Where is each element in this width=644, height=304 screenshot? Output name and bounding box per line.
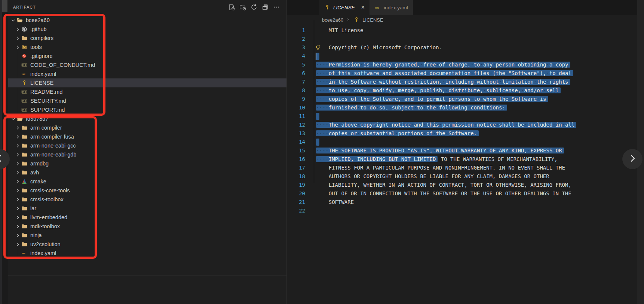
scrollbar-thumb[interactable] <box>2 0 7 12</box>
editor-line-5[interactable]: 5····Permission·is·hereby·granted,·free·… <box>287 61 644 69</box>
chevron-right-icon[interactable] <box>14 44 21 50</box>
tree-item-uv2csolution[interactable]: uv2csolution <box>8 240 286 249</box>
whitespace-dot: · <box>470 62 473 68</box>
editor-line-1[interactable]: 1 MIT License <box>287 26 644 35</box>
tree-item-arm-none-eabi-gdb[interactable]: arm-none-eabi-gdb <box>8 150 286 159</box>
tree-item-index.yaml[interactable]: YMLindex.yaml <box>8 69 286 78</box>
chevron-down-icon[interactable] <box>10 116 16 122</box>
tree-item-cmake[interactable]: cmake <box>8 177 286 186</box>
tree-item-arm-compiler[interactable]: arm-compiler <box>8 123 286 132</box>
editor-line-10[interactable]: 10····furnished·to·do·so,·subject·to·the… <box>287 103 644 112</box>
more-actions-button[interactable] <box>272 3 280 11</box>
whitespace-dot: · <box>357 122 360 128</box>
editor-line-11[interactable]: 11 <box>287 112 644 121</box>
new-file-button[interactable] <box>227 3 236 11</box>
whitespace-dot: · <box>376 105 379 111</box>
tree-item-fd3d78d7[interactable]: fd3d78d7 <box>8 114 286 123</box>
editor-line-12[interactable]: 12····The·above·copyright·notice·and·thi… <box>287 121 644 129</box>
editor-line-22[interactable]: 22 <box>287 207 644 215</box>
chevron-right-icon[interactable] <box>14 179 21 184</box>
whitespace-dot: · <box>483 87 486 93</box>
tree-item-arm-compiler-fusa[interactable]: arm-compiler-fusa <box>8 132 286 141</box>
chevron-right-icon[interactable] <box>14 232 21 238</box>
editor-line-16[interactable]: 16····IMPLIED,·INCLUDING·BUT·NOT·LIMITED… <box>287 155 644 164</box>
editor-line-17[interactable]: 17 FITNESS FOR A PARTICULAR PURPOSE AND … <box>287 164 644 172</box>
chevron-right-icon[interactable] <box>14 241 21 247</box>
chevron-right-icon[interactable] <box>14 170 21 176</box>
editor-line-15[interactable]: 15····THE·SOFTWARE·IS·PROVIDED·"AS·IS",·… <box>287 146 644 155</box>
tree-item-mdk-toolbox[interactable]: mdk-toolbox <box>8 222 286 231</box>
tree-item-.github[interactable]: .github <box>8 25 286 34</box>
editor-line-7[interactable]: 7····in·the·Software·without·restriction… <box>287 78 644 86</box>
tab-index.yaml[interactable]: YMLindex.yaml <box>369 0 413 15</box>
close-icon[interactable]: × <box>361 4 365 10</box>
chevron-right-icon[interactable] <box>14 26 21 32</box>
breadcrumb-file[interactable]: LICENSE <box>362 17 383 23</box>
editor-line-13[interactable]: 13····copies·or·substantial·portions·of·… <box>287 129 644 138</box>
tree-item-SUPPORT.md[interactable]: SUPPORT.md <box>8 105 286 114</box>
editor-line-2[interactable]: 2 <box>287 35 644 43</box>
tree-item-index.yaml[interactable]: YMLindex.yaml <box>8 249 286 258</box>
chevron-right-icon[interactable] <box>14 134 21 140</box>
tree-item-tools[interactable]: tools <box>8 43 286 52</box>
tree-item-iar[interactable]: iar <box>8 204 286 213</box>
refresh-button[interactable] <box>250 3 258 11</box>
github-icon <box>21 26 28 32</box>
editor-line-8[interactable]: 8····to·use,·copy,·modify,·merge,·publis… <box>287 86 644 95</box>
editor-line-9[interactable]: 9····copies·of·the·Software,·and·to·perm… <box>287 95 644 103</box>
tree-item-cmsis-core-tools[interactable]: cmsis-core-tools <box>8 186 286 195</box>
tree-item-LICENSE[interactable]: LICENSE <box>8 78 286 87</box>
whitespace-dot: · <box>433 148 436 153</box>
chevron-right-icon[interactable] <box>14 205 21 211</box>
nav-next-button[interactable] <box>622 149 643 169</box>
chevron-right-icon[interactable] <box>14 143 21 149</box>
editor-line-18[interactable]: 18 AUTHORS OR COPYRIGHT HOLDERS BE LIABL… <box>287 172 644 181</box>
line-number: 10 <box>287 103 305 112</box>
chevron-right-icon[interactable] <box>14 161 21 167</box>
chevron-down-icon[interactable] <box>10 17 16 23</box>
whitespace-dot: · <box>401 96 404 102</box>
folder-icon <box>21 187 28 193</box>
whitespace-dot: · <box>562 122 565 128</box>
whitespace-dot: · <box>496 122 499 128</box>
new-folder-button[interactable] <box>239 3 247 11</box>
tab-LICENSE[interactable]: LICENSE× <box>319 0 369 15</box>
tree-item-SECURITY.md[interactable]: SECURITY.md <box>8 96 286 105</box>
svg-text:YML: YML <box>21 252 26 255</box>
editor-line-20[interactable]: 20 OUT OF OR IN CONNECTION WITH THE SOFT… <box>287 189 644 198</box>
whitespace-dot: · <box>426 70 429 76</box>
editor-line-14[interactable]: 14 <box>287 138 644 146</box>
chevron-right-icon[interactable] <box>14 35 21 41</box>
tree-item-bcee2a60[interactable]: bcee2a60 <box>8 16 286 25</box>
tree-item-CODE_OF_CONDUCT.md[interactable]: CODE_OF_CONDUCT.md <box>8 61 286 69</box>
editor-line-21[interactable]: 21 SOFTWARE <box>287 198 644 207</box>
breadcrumb-folder[interactable]: bcee2a60 <box>322 17 343 23</box>
chevron-right-icon[interactable] <box>14 125 21 131</box>
chevron-right-icon[interactable] <box>14 187 21 193</box>
chevron-right-icon[interactable] <box>14 196 21 202</box>
tree-item-avh[interactable]: avh <box>8 168 286 177</box>
editor-line-6[interactable]: 6····of·this·software·and·associated·doc… <box>287 69 644 78</box>
tree-item-armdbg[interactable]: armdbg <box>8 159 286 168</box>
tree-item-cmsis-toolbox[interactable]: cmsis-toolbox <box>8 195 286 204</box>
chevron-right-icon[interactable] <box>14 152 21 158</box>
chevron-right-icon[interactable] <box>14 214 21 220</box>
editor-line-19[interactable]: 19 LIABILITY, WHETHER IN AN ACTION OF CO… <box>287 181 644 189</box>
editor-line-4[interactable]: 4 <box>287 52 644 61</box>
tree-item-arm-none-eabi-gcc[interactable]: arm-none-eabi-gcc <box>8 141 286 150</box>
line-number: 19 <box>287 181 305 189</box>
editor-content[interactable]: 1 MIT License2 3 Copyright (c) Microsoft… <box>287 25 644 215</box>
tree-item-compilers[interactable]: compilers <box>8 34 286 43</box>
whitespace-dot: · <box>508 148 511 153</box>
collapse-all-button[interactable] <box>261 3 269 11</box>
tree-item-ninja[interactable]: ninja <box>8 231 286 240</box>
line-content: ····of·this·software·and·associated·docu… <box>314 69 573 78</box>
line-content: ····to·use,·copy,·modify,·merge,·publish… <box>314 86 561 95</box>
whitespace-dot: · <box>420 62 423 68</box>
tree-item-.gitignore[interactable]: .gitignore <box>8 52 286 61</box>
editor-line-3[interactable]: 3 Copyright (c) Microsoft Corporation. <box>287 43 644 52</box>
chevron-right-icon[interactable] <box>14 223 21 229</box>
tree-item-llvm-embedded[interactable]: llvm-embedded <box>8 213 286 222</box>
tree-item-README.md[interactable]: README.md <box>8 87 286 96</box>
tree-item-label: mdk-toolbox <box>30 223 60 229</box>
